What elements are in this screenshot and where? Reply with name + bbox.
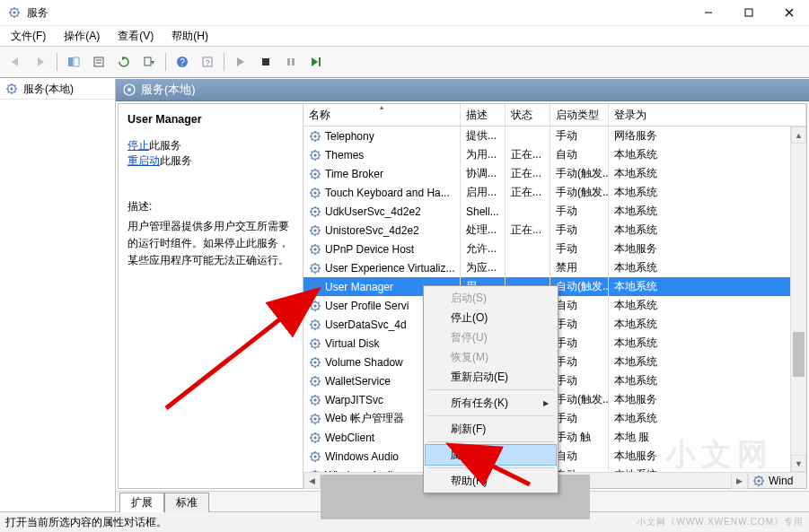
scroll-track[interactable] — [791, 144, 806, 455]
svg-text:?: ? — [205, 58, 209, 67]
service-icon — [309, 130, 321, 143]
export-list-button[interactable] — [137, 50, 161, 74]
tab-extended[interactable]: 扩展 — [119, 493, 164, 512]
menubar: 文件(F) 操作(A) 查看(V) 帮助(H) — [0, 26, 809, 47]
service-icon — [309, 375, 321, 388]
col-header-desc[interactable]: 描述 — [461, 104, 506, 126]
stop-service-link[interactable]: 停止 — [128, 139, 149, 152]
table-row[interactable]: Time Broker协调...正在...手动(触发...本地系统 — [303, 164, 806, 183]
table-row[interactable]: Telephony提供...手动网络服务 — [303, 126, 806, 145]
close-button[interactable] — [769, 0, 809, 25]
cm-help[interactable]: 帮助(H) — [426, 471, 556, 491]
restart-service-button[interactable] — [304, 50, 328, 74]
properties-toolbar-button[interactable] — [87, 50, 110, 74]
stop-service-button[interactable] — [254, 50, 277, 74]
cm-restart[interactable]: 重新启动(E) — [426, 367, 556, 387]
service-icon — [309, 450, 321, 463]
cell-name: Touch Keyboard and Ha... — [303, 183, 461, 202]
vertical-scrollbar[interactable]: ▲ ▼ — [790, 126, 806, 472]
detail-desc-label: 描述: — [128, 199, 294, 214]
cell-logon: 本地服务 — [609, 390, 806, 409]
scroll-thumb[interactable] — [793, 332, 805, 377]
cell-desc: 为应... — [461, 258, 506, 277]
table-row[interactable]: Touch Keyboard and Ha...启用...正在...手动(触发.… — [303, 183, 806, 202]
show-hide-tree-button[interactable] — [62, 50, 85, 74]
table-row[interactable]: Themes为用...正在...自动本地系统 — [303, 145, 806, 164]
tree-root-label: 服务(本地) — [23, 82, 74, 97]
cell-status: 正在... — [506, 164, 550, 183]
cell-start: 手动 — [550, 240, 609, 258]
svg-rect-17 — [74, 57, 79, 66]
cell-status — [506, 240, 550, 258]
menu-help[interactable]: 帮助(H) — [168, 27, 212, 46]
sort-indicator-icon: ▴ — [303, 104, 460, 111]
content-header-label: 服务(本地) — [141, 82, 196, 98]
cm-refresh[interactable]: 刷新(F) — [426, 419, 556, 439]
menu-file[interactable]: 文件(F) — [7, 27, 49, 46]
cm-all-tasks[interactable]: 所有任务(K) — [426, 393, 556, 413]
cell-logon: 本地系统 — [609, 353, 806, 371]
service-icon — [309, 149, 321, 161]
watermark-small: 小文网《WWW.XWENW.COM》专用 — [637, 516, 804, 528]
overflow-cell: Wind — [769, 475, 793, 487]
service-icon — [309, 432, 321, 444]
col-header-start[interactable]: 启动类型 — [550, 104, 609, 126]
cell-logon: 本地服务 — [609, 240, 806, 258]
cm-separator — [427, 467, 554, 468]
cm-separator — [427, 389, 554, 390]
help-topics-button[interactable]: ? — [196, 50, 219, 74]
scroll-left-button[interactable]: ◀ — [303, 472, 321, 489]
cell-desc: 启用... — [461, 183, 506, 202]
table-row[interactable]: UPnP Device Host允许...手动本地服务 — [303, 240, 806, 258]
detail-service-name: User Manager — [128, 113, 294, 126]
table-row[interactable]: UnistoreSvc_4d2e2处理...正在...手动本地系统 — [303, 221, 806, 240]
menu-view[interactable]: 查看(V) — [114, 27, 157, 46]
service-icon — [309, 394, 321, 406]
table-row[interactable]: UdkUserSvc_4d2e2Shell...手动本地系统 — [303, 202, 806, 221]
tree-root-item[interactable]: 服务(本地) — [0, 79, 115, 100]
cm-start[interactable]: 启动(S) — [426, 288, 556, 308]
cell-status: 正在... — [506, 145, 550, 164]
cm-stop[interactable]: 停止(O) — [426, 308, 556, 327]
scroll-down-button[interactable]: ▼ — [791, 455, 806, 472]
col-header-logon[interactable]: 登录为 — [609, 104, 806, 126]
cm-resume[interactable]: 恢复(M) — [426, 347, 556, 367]
cell-desc: Shell... — [461, 202, 506, 221]
cell-start: 手动(触发... — [550, 390, 609, 409]
svg-rect-22 — [145, 57, 151, 65]
service-icon — [309, 224, 321, 237]
svg-point-35 — [128, 88, 131, 92]
refresh-button[interactable] — [112, 50, 136, 74]
detail-restart-line: 重启动此服务 — [128, 153, 294, 169]
menu-action[interactable]: 操作(A) — [60, 27, 103, 46]
maximize-button[interactable] — [728, 0, 769, 25]
restart-service-link[interactable]: 重启动 — [128, 154, 160, 167]
cm-pause[interactable]: 暂停(U) — [426, 327, 556, 347]
help-button[interactable]: ? — [171, 50, 194, 74]
cell-logon: 本地系统 — [609, 183, 806, 202]
start-service-button[interactable] — [229, 50, 252, 74]
table-row[interactable]: User Experience Virtualiz...为应...禁用本地系统 — [303, 258, 806, 277]
pause-service-button[interactable] — [279, 50, 303, 74]
cell-logon: 本地系统 — [609, 315, 806, 334]
cm-properties[interactable]: 属性(R) — [425, 444, 557, 466]
cell-logon: 本地系统 — [609, 258, 806, 277]
cell-logon: 本地系统 — [609, 277, 806, 296]
service-icon — [309, 168, 321, 180]
nav-forward-button[interactable] — [29, 50, 52, 74]
svg-marker-15 — [38, 57, 44, 66]
service-icon — [309, 281, 321, 293]
nav-back-button[interactable] — [4, 50, 27, 74]
cell-status — [506, 202, 550, 221]
svg-marker-32 — [312, 57, 318, 66]
minimize-button[interactable] — [688, 0, 728, 25]
context-menu: 启动(S) 停止(O) 暂停(U) 恢复(M) 重新启动(E) 所有任务(K) … — [423, 285, 558, 493]
list-header: 名称 ▴ 描述 状态 启动类型 登录为 — [303, 104, 806, 126]
col-header-name[interactable]: 名称 ▴ — [303, 104, 461, 126]
cell-start: 自动 — [550, 296, 609, 315]
scroll-up-button[interactable]: ▲ — [791, 126, 806, 144]
tab-standard[interactable]: 标准 — [164, 493, 209, 512]
cell-start: 禁用 — [550, 258, 609, 277]
col-header-status[interactable]: 状态 — [506, 104, 550, 126]
cell-start: 自动 — [550, 466, 609, 472]
